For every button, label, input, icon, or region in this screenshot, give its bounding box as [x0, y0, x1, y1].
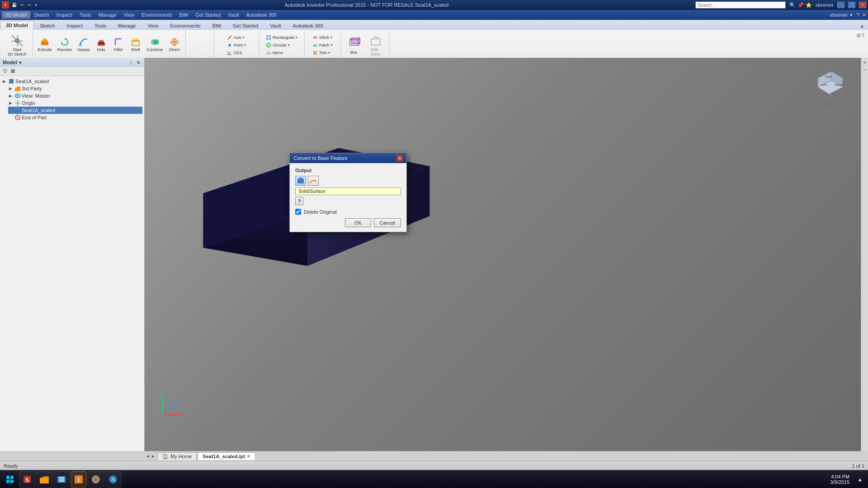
start-button[interactable] — [2, 471, 18, 488]
search-box-title[interactable] — [695, 1, 786, 9]
tab-tools[interactable]: Tools — [89, 21, 112, 30]
panel-close-btn[interactable]: ✕ — [135, 59, 142, 66]
extrude-button[interactable]: Extrude — [36, 35, 54, 53]
tree-item-seat1a-selected[interactable]: Seat1A_scaled — [8, 107, 142, 114]
viewport[interactable]: TOP LEFT FRONT N X Y Z Convert to Base F… — [145, 58, 861, 451]
taskbar-app-red[interactable]: S — [19, 471, 35, 488]
tree-item-origin[interactable]: ▶ Origin — [8, 99, 142, 107]
viewcube-svg[interactable]: TOP LEFT FRONT — [811, 65, 847, 101]
axis-button[interactable]: Axis▾ — [225, 34, 249, 41]
fillet-button[interactable]: Fillet — [110, 35, 127, 53]
tab-sketch[interactable]: Sketch — [34, 21, 61, 30]
sweep-button[interactable]: Sweep — [75, 35, 92, 53]
menu-tools[interactable]: Tools — [76, 11, 95, 19]
tab-bim[interactable]: BIM — [206, 21, 227, 30]
tab-environments[interactable]: Environments — [164, 21, 206, 30]
filter-icon[interactable]: ▽ — [2, 68, 8, 75]
tab-close-seat1a[interactable]: ✕ — [247, 454, 250, 459]
box-button[interactable]: Box — [344, 32, 364, 59]
hole-button[interactable]: Hole — [93, 35, 109, 53]
tab-home[interactable]: 🏠 My Home — [157, 452, 197, 460]
win-minimize[interactable]: — — [837, 2, 844, 8]
menu-getstarted[interactable]: Get Started — [192, 11, 224, 19]
settings-icon[interactable]: ⚙ — [856, 33, 861, 39]
tree-item-seat1a-root[interactable]: ▶ Seat1A_scaled — [2, 78, 142, 85]
panel-dropdown[interactable]: ▾ — [19, 60, 21, 65]
start-2d-sketch-button[interactable]: Start2D Sketch — [5, 32, 30, 59]
point-button[interactable]: Point▾ — [225, 42, 249, 49]
tab-nav-left[interactable]: ◂ — [146, 453, 149, 459]
circular-button[interactable]: Circular▾ — [264, 42, 300, 49]
dialog-cancel-button[interactable]: Cancel — [374, 218, 401, 227]
stitch-button[interactable]: Stitch▾ — [310, 34, 335, 41]
quick-access-save[interactable]: 💾 — [11, 3, 18, 7]
icon-3[interactable]: ⭐ — [806, 2, 812, 8]
tree-expander[interactable]: ▶ — [3, 79, 7, 84]
shell-button[interactable]: Shell — [127, 35, 144, 53]
taskbar-app-firefox[interactable] — [88, 471, 104, 488]
delete-original-checkbox[interactable] — [295, 209, 301, 215]
win-close[interactable]: ✕ — [859, 2, 866, 8]
rectangular-button[interactable]: Rectangular▾ — [264, 34, 300, 41]
menu-manage[interactable]: Manage — [95, 11, 120, 19]
tab-autodesk360[interactable]: Autodesk 360 — [287, 21, 329, 30]
tree-expander-viewmaster[interactable]: ▶ — [9, 94, 14, 98]
help-btn[interactable]: ? — [856, 12, 859, 19]
expand-all-icon[interactable]: ⊞ — [9, 68, 16, 75]
tab-vault[interactable]: Vault — [264, 21, 287, 30]
tab-inspect[interactable]: Inspect — [61, 21, 89, 30]
viewcube[interactable]: TOP LEFT FRONT N — [811, 65, 847, 101]
help-ribbon-icon[interactable]: ? — [861, 33, 864, 39]
icon-2[interactable]: 📌 — [797, 2, 804, 8]
menu-inspect[interactable]: Inspect — [53, 11, 76, 19]
tab-3dmodel[interactable]: 3D Model — [0, 21, 34, 30]
menu-view[interactable]: View — [120, 11, 138, 19]
ucs-button[interactable]: UCS — [225, 49, 249, 56]
tab-view[interactable]: View — [142, 21, 164, 30]
win-restore[interactable]: ❐ — [848, 2, 855, 8]
win-close-2[interactable]: ✕ — [862, 12, 866, 18]
tree-expander-origin[interactable]: ▶ — [9, 101, 14, 105]
taskbar-app-photo[interactable]: 🖼 — [53, 471, 70, 488]
tree-item-endofpart[interactable]: End of Part — [8, 114, 142, 121]
icon-1[interactable]: 🔍 — [789, 2, 796, 8]
tab-manage[interactable]: Manage — [112, 21, 142, 30]
quick-access-undo[interactable]: ↩ — [19, 3, 25, 7]
mirror-button[interactable]: Mirror — [264, 49, 300, 56]
solid-output-btn[interactable] — [295, 176, 306, 186]
taskbar-app-inventor[interactable]: I — [71, 471, 87, 488]
menu-bim[interactable]: BIM — [176, 11, 192, 19]
menu-autodesk360[interactable]: Autodesk 360 — [243, 11, 280, 19]
zoom-out-btn[interactable]: − — [863, 67, 866, 72]
tab-seat1a[interactable]: Seat1A_scaled.ipt ✕ — [198, 452, 255, 460]
menu-sketch[interactable]: Sketch — [30, 11, 53, 19]
revolve-button[interactable]: Revolve — [55, 35, 75, 53]
taskbar-app-blue[interactable]: N — [105, 471, 121, 488]
menu-environments[interactable]: Environments — [138, 11, 175, 19]
surface-output-btn[interactable] — [308, 176, 319, 186]
quick-access-dropdown[interactable]: ▾ — [34, 3, 38, 7]
zoom-in-btn[interactable]: + — [863, 60, 866, 65]
tree-expander-3rdparty[interactable]: ▶ — [9, 86, 14, 91]
direct-button[interactable]: Direct — [166, 35, 183, 53]
search-input[interactable] — [698, 3, 783, 8]
panel-expand-btn[interactable]: □ — [128, 59, 134, 66]
tree-item-3rdparty[interactable]: ▶ 3rd Party — [8, 85, 142, 92]
menu-3dmodel[interactable]: 3D Model — [2, 11, 30, 19]
patch-button[interactable]: Patch▾ — [310, 42, 335, 49]
tab-nav-right[interactable]: ▸ — [152, 453, 155, 459]
quick-access-redo[interactable]: ↪ — [27, 3, 32, 7]
edit-form-button[interactable]: EditForm — [365, 32, 386, 59]
menu-vault[interactable]: Vault — [224, 11, 242, 19]
tree-item-viewmaster[interactable]: ▶ View: Master — [8, 92, 142, 99]
delete-original-label[interactable]: Delete Original — [304, 209, 337, 215]
user-account[interactable]: xbremer ▾ — [830, 12, 852, 18]
tab-getstarted[interactable]: Get Started — [227, 21, 264, 30]
taskbar-app-folder[interactable] — [36, 471, 52, 488]
help-output-btn[interactable]: ? — [295, 197, 303, 205]
dialog-ok-button[interactable]: OK — [345, 218, 371, 227]
dialog-close-button[interactable]: ✕ — [396, 155, 403, 161]
combine-button[interactable]: Combine — [145, 35, 165, 53]
trim-button[interactable]: Trim▾ — [310, 49, 335, 56]
tab-minimize-arrow[interactable]: ▲ — [856, 22, 868, 30]
